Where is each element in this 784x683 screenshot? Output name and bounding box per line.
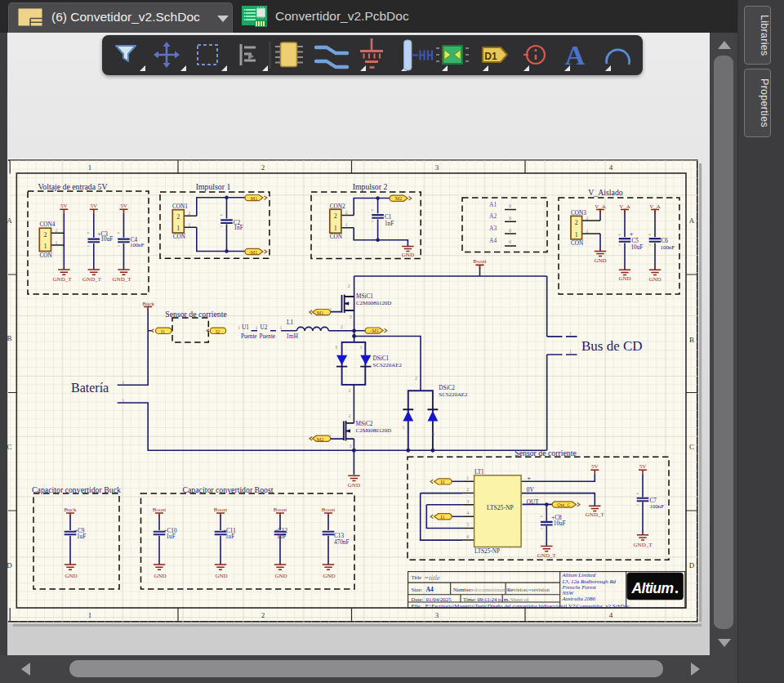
svg-text:U1: U1 [242,324,249,331]
svg-text:C: C [7,443,11,451]
svg-text:Size:: Size: [412,587,423,592]
svg-text:1: 1 [88,163,92,172]
svg-text:F:\Escritorio\Maestria\Tesis\D: F:\Escritorio\Maestria\Tesis\Diseño del … [425,604,630,609]
svg-text:Boost: Boost [153,507,166,513]
svg-text:0: 0 [509,228,511,233]
svg-text:CON3: CON3 [571,210,586,217]
svg-text:2: 2 [261,611,265,619]
svg-text:Revision:=revision: Revision:=revision [507,587,550,592]
svg-text:1: 1 [43,243,47,250]
svg-text:2: 2 [575,219,578,226]
svg-text:1: 1 [569,349,572,354]
svg-text:GND: GND [65,573,77,579]
svg-text:CON: CON [40,252,53,259]
svg-text:4: 4 [609,611,613,619]
svg-text:Voltaje de entrada 5V: Voltaje de entrada 5V [38,182,108,191]
svg-text:A4: A4 [489,237,497,244]
svg-text:CON4: CON4 [40,221,56,228]
svg-text:GND: GND [402,252,414,258]
svg-text:LTS25-NP: LTS25-NP [474,548,500,555]
svg-text:Puente: Puente [241,333,257,340]
svg-text:Frenchs Forest: Frenchs Forest [562,584,597,590]
svg-text:3: 3 [335,345,337,350]
svg-text:1nF: 1nF [385,221,394,227]
svg-text:6: 6 [466,534,469,539]
svg-text:1: 1 [280,325,283,330]
svg-text:1: 1 [329,307,332,312]
svg-text:1: 1 [256,325,258,330]
svg-text:GND_T: GND_T [82,276,102,283]
svg-text:5: 5 [466,522,469,527]
svg-text:1mH: 1mH [287,333,298,340]
svg-text:1: 1 [122,380,124,385]
svg-text:Sheet of: Sheet of [510,596,529,602]
svg-text:0: 0 [509,239,511,244]
svg-text:1: 1 [466,475,469,480]
svg-text:Number:: Number: [453,587,473,592]
svg-text:Capacitor convertidor Buck: Capacitor convertidor Buck [32,485,121,494]
svg-text:GND: GND [154,573,166,579]
svg-text:C: C [689,443,694,451]
svg-text:2: 2 [43,231,47,239]
svg-text:1: 1 [403,425,405,430]
svg-text:3: 3 [350,315,352,319]
svg-text:U2: U2 [261,324,268,331]
svg-text:2: 2 [261,163,265,172]
svg-text:2: 2 [348,283,350,288]
svg-text:Altium Limited: Altium Limited [562,572,596,578]
svg-text:I2: I2 [216,328,220,334]
svg-text:Time:: Time: [463,596,476,602]
svg-text:1: 1 [569,331,572,336]
svg-text:D: D [689,561,695,569]
svg-text:Out_C: Out_C [557,502,571,507]
svg-text:5V: 5V [591,463,599,470]
svg-text:1: 1 [176,225,180,232]
svg-text:A: A [689,217,695,225]
svg-text:M1: M1 [251,195,258,201]
svg-text:CON: CON [571,240,584,247]
svg-text:GND_T: GND_T [113,276,132,283]
svg-text:1uF: 1uF [277,533,286,540]
svg-text:Altium: Altium [631,580,674,596]
svg-text:1: 1 [56,240,58,245]
svg-text:1: 1 [188,222,190,227]
svg-text:CON: CON [173,234,186,240]
svg-text:Capacitor convertidor Boost: Capacitor convertidor Boost [182,485,273,494]
svg-text:L3, 12a Rodborough Rd: L3, 12a Rodborough Rd [562,578,617,584]
svg-text:NSW: NSW [562,590,575,596]
svg-text:+: + [630,230,634,238]
svg-text:Buck: Buck [142,301,154,307]
svg-text:4: 4 [466,511,469,516]
svg-text:A4: A4 [426,586,434,593]
svg-text:GND_T: GND_T [586,511,605,518]
svg-text:0: 0 [509,216,511,221]
svg-text:GND_T: GND_T [537,552,557,559]
svg-text:10uF: 10uF [101,236,114,243]
svg-text:GND_T: GND_T [634,542,653,548]
svg-text:3: 3 [435,611,439,619]
svg-text:SCS220AE2: SCS220AE2 [373,362,403,368]
svg-text:Buck: Buck [65,507,77,513]
svg-text:470nF: 470nF [334,539,349,546]
svg-text:1: 1 [329,434,332,439]
svg-text:GND: GND [348,482,360,489]
svg-text:File:: File: [412,603,422,609]
svg-text:01/04/2025: 01/04/2025 [426,596,452,602]
svg-text:Batería: Batería [71,381,109,395]
svg-text:1uF: 1uF [77,533,86,540]
svg-text:V_A: V_A [649,203,661,210]
svg-text:GND: GND [618,275,630,282]
svg-text:-M1: -M1 [249,249,258,255]
svg-text:CON2: CON2 [330,203,345,210]
svg-text:1: 1 [88,611,92,619]
svg-text:0V: 0V [527,487,535,493]
svg-text:GND: GND [594,257,606,264]
svg-text:3: 3 [350,444,352,449]
svg-text:M2: M2 [395,195,403,201]
svg-text:I1: I1 [161,328,165,334]
svg-text:M2: M2 [317,436,324,442]
svg-text:GND: GND [323,573,335,579]
svg-text:1: 1 [360,345,363,350]
svg-text:0: 0 [509,203,511,208]
svg-text:3: 3 [435,163,439,172]
